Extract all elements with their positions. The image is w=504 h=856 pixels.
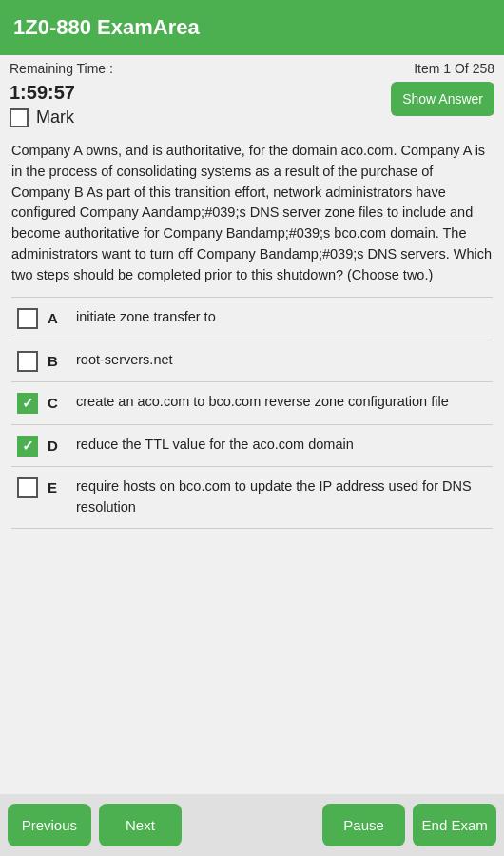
mark-row: Mark xyxy=(10,107,75,127)
option-item-e[interactable]: Erequire hosts on bco.com to update the … xyxy=(11,466,493,529)
option-text-a: initiate zone transfer to xyxy=(76,307,216,328)
option-checkbox-c[interactable] xyxy=(17,393,38,414)
option-item-d[interactable]: Dreduce the TTL value for the aco.com do… xyxy=(11,424,493,467)
previous-button[interactable]: Previous xyxy=(8,804,91,846)
option-letter-b: B xyxy=(48,351,67,373)
option-checkbox-b[interactable] xyxy=(17,351,38,372)
timer-row: 1:59:57 Mark Show Answer xyxy=(0,78,504,131)
timer-value: 1:59:57 xyxy=(10,82,75,104)
option-checkbox-d[interactable] xyxy=(17,436,38,457)
info-bar: Remaining Time : Item 1 Of 258 xyxy=(0,55,504,78)
option-letter-d: D xyxy=(48,436,67,457)
app-title: 1Z0-880 ExamArea xyxy=(13,15,200,39)
option-item-c[interactable]: Ccreate an aco.com to bco.com reverse zo… xyxy=(11,381,493,424)
option-item-b[interactable]: Broot-servers.net xyxy=(11,340,493,382)
option-text-d: reduce the TTL value for the aco.com dom… xyxy=(76,435,354,456)
next-button[interactable]: Next xyxy=(99,804,183,846)
show-answer-button[interactable]: Show Answer xyxy=(391,82,494,116)
option-checkbox-a[interactable] xyxy=(17,308,38,329)
option-text-b: root-servers.net xyxy=(76,350,173,371)
timer-left: 1:59:57 Mark xyxy=(10,82,75,127)
option-item-a[interactable]: Ainitiate zone transfer to xyxy=(11,297,493,340)
question-body: Company A owns, and is authoritative, fo… xyxy=(0,131,504,794)
option-checkbox-e[interactable] xyxy=(17,477,38,498)
option-text-c: create an aco.com to bco.com reverse zon… xyxy=(76,392,449,413)
option-letter-a: A xyxy=(48,308,67,330)
item-count: Item 1 Of 258 xyxy=(414,61,494,76)
option-letter-e: E xyxy=(48,477,67,499)
remaining-label: Remaining Time : xyxy=(10,61,113,76)
question-text: Company A owns, and is authoritative, fo… xyxy=(11,143,492,282)
end-exam-button[interactable]: End Exam xyxy=(413,804,496,846)
option-letter-c: C xyxy=(48,393,67,415)
options-list: Ainitiate zone transfer toBroot-servers.… xyxy=(11,297,493,529)
mark-checkbox[interactable] xyxy=(10,108,29,127)
option-text-e: require hosts on bco.com to update the I… xyxy=(76,477,487,518)
mark-label: Mark xyxy=(36,107,74,127)
pause-button[interactable]: Pause xyxy=(322,804,406,846)
header: 1Z0-880 ExamArea xyxy=(0,0,504,55)
footer-nav: Previous Next Pause End Exam xyxy=(0,794,504,856)
